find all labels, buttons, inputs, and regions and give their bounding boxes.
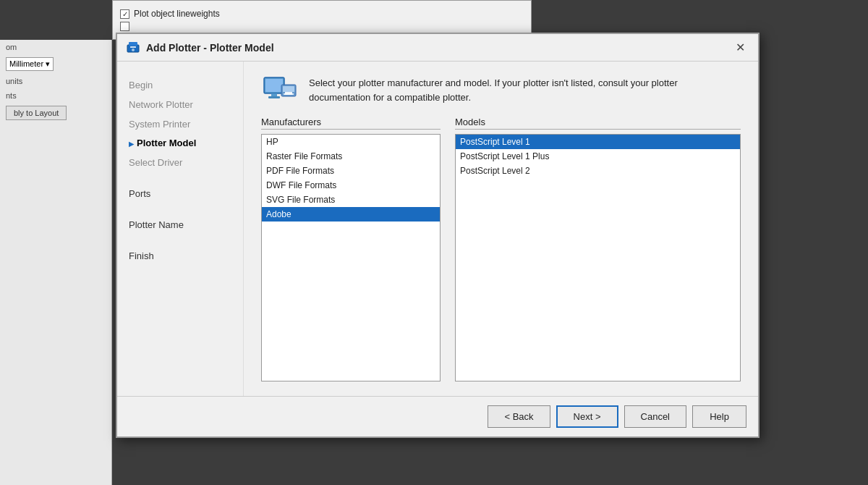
bg-units-row: units bbox=[0, 74, 111, 88]
model-ps1[interactable]: PostScript Level 1 bbox=[456, 135, 740, 149]
dialog-icon bbox=[126, 41, 140, 55]
nav-item-network-plotter: Network Plotter bbox=[129, 96, 231, 115]
manufacturer-raster[interactable]: Raster File Formats bbox=[262, 149, 440, 164]
nav-item-system-printer: System Printer bbox=[129, 115, 231, 135]
cancel-button[interactable]: Cancel bbox=[624, 405, 686, 428]
plotter-svg-icon bbox=[261, 76, 297, 105]
wizard-icon bbox=[126, 41, 140, 55]
manufacturer-pdf[interactable]: PDF File Formats bbox=[262, 164, 440, 178]
dialog-title: Add Plotter - Plotter Model bbox=[146, 42, 274, 54]
lists-row: Manufacturers HP Raster File Formats PDF… bbox=[261, 117, 741, 381]
plot-lineweights-row: ✓ Plot object lineweights bbox=[120, 9, 524, 19]
nav-item-finish: Finish bbox=[129, 247, 231, 266]
models-section: Models PostScript Level 1 PostScript Lev… bbox=[455, 117, 741, 381]
plotter-image-icon bbox=[261, 76, 297, 105]
nav-item-plotter-model: Plotter Model bbox=[129, 134, 231, 153]
manufacturers-section: Manufacturers HP Raster File Formats PDF… bbox=[261, 117, 441, 381]
bg-apply-layout-button[interactable]: bly to Layout bbox=[6, 106, 67, 120]
dialog-close-button[interactable]: ✕ bbox=[731, 38, 749, 57]
manufacturer-hp[interactable]: HP bbox=[262, 135, 440, 149]
bg-nts-label: nts bbox=[6, 91, 17, 100]
plot-lineweights-checkbox[interactable]: ✓ bbox=[120, 9, 129, 19]
back-button[interactable]: < Back bbox=[488, 405, 550, 428]
models-label: Models bbox=[455, 117, 741, 130]
svg-rect-1 bbox=[129, 42, 137, 46]
bg-unit-row: om bbox=[0, 40, 111, 54]
manufacturer-dwf[interactable]: DWF File Formats bbox=[262, 178, 440, 193]
model-ps2[interactable]: PostScript Level 2 bbox=[456, 164, 740, 178]
next-button[interactable]: Next > bbox=[556, 405, 618, 428]
svg-rect-5 bbox=[265, 79, 283, 92]
add-plotter-dialog: Add Plotter - Plotter Model ✕ Begin Netw… bbox=[116, 33, 760, 438]
manufacturers-label: Manufacturers bbox=[261, 117, 441, 130]
help-button[interactable]: Help bbox=[692, 405, 746, 428]
models-listbox[interactable]: PostScript Level 1 PostScript Level 1 Pl… bbox=[455, 134, 741, 381]
svg-rect-11 bbox=[285, 92, 292, 95]
dialog-titlebar: Add Plotter - Plotter Model ✕ bbox=[117, 34, 758, 62]
dialog-nav: Begin Network Plotter System Printer Plo… bbox=[117, 62, 244, 396]
dialog-body: Begin Network Plotter System Printer Plo… bbox=[117, 62, 758, 396]
plot-lineweights-label: Plot object lineweights bbox=[134, 9, 220, 19]
bg-nts-row: nts bbox=[0, 88, 111, 103]
bg-left-panel: om Millimeter ▾ units nts bly to Layout bbox=[0, 40, 112, 485]
bg-om-label: om bbox=[6, 43, 17, 51]
svg-point-3 bbox=[132, 48, 135, 51]
bg-millimeter-row: Millimeter ▾ bbox=[0, 54, 111, 74]
model-ps1plus[interactable]: PostScript Level 1 Plus bbox=[456, 149, 740, 164]
nav-item-begin: Begin bbox=[129, 76, 231, 96]
manufacturer-adobe[interactable]: Adobe bbox=[262, 207, 440, 222]
dialog-footer: < Back Next > Cancel Help bbox=[117, 396, 758, 436]
nav-item-select-driver: Select Driver bbox=[129, 153, 231, 173]
dialog-content: Select your plotter manufacturer and mod… bbox=[244, 62, 758, 396]
manufacturers-listbox[interactable]: HP Raster File Formats PDF File Formats … bbox=[261, 134, 441, 381]
bg-units-label: units bbox=[6, 77, 22, 85]
svg-rect-9 bbox=[283, 86, 294, 92]
svg-rect-7 bbox=[268, 96, 280, 98]
nav-item-ports: Ports bbox=[129, 185, 231, 204]
svg-rect-6 bbox=[271, 93, 277, 96]
plot-extra-row bbox=[120, 22, 524, 31]
bg-millimeter-select[interactable]: Millimeter ▾ bbox=[6, 57, 54, 71]
dialog-title-left: Add Plotter - Plotter Model bbox=[126, 41, 274, 55]
plot-extra-checkbox[interactable] bbox=[120, 22, 129, 31]
description-row: Select your plotter manufacturer and mod… bbox=[261, 76, 741, 105]
manufacturer-svg[interactable]: SVG File Formats bbox=[262, 193, 440, 207]
svg-rect-2 bbox=[130, 46, 136, 48]
nav-item-plotter-name: Plotter Name bbox=[129, 216, 231, 235]
description-text: Select your plotter manufacturer and mod… bbox=[309, 76, 741, 104]
